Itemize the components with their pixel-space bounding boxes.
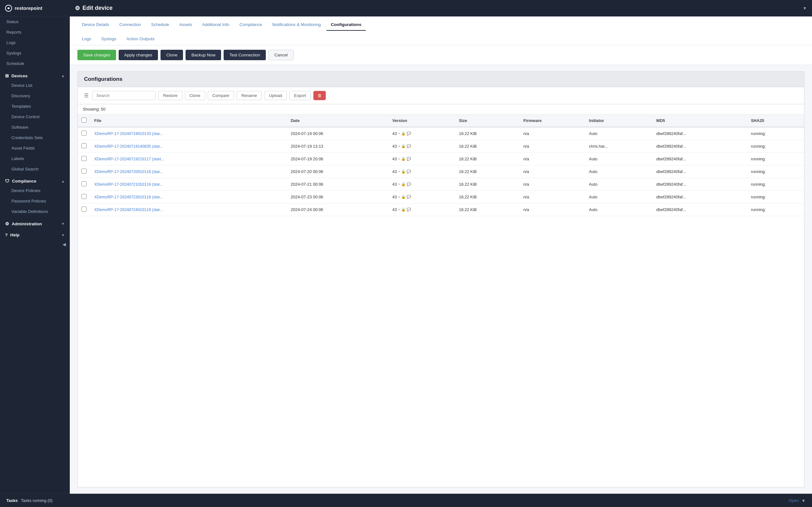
clone-config-button[interactable]: Clone [185,91,205,100]
row-checkbox-3[interactable] [78,165,90,178]
upload-button[interactable]: Upload [264,91,287,100]
tab-device-details[interactable]: Device Details [78,19,113,31]
row-date-2: 2024-07-19 20:06 [287,153,388,165]
search-input[interactable] [92,91,156,100]
row-date-4: 2024-07-21 00:06 [287,178,388,191]
save-changes-button[interactable]: Save changes [78,50,116,60]
row-sha25-3: running: [747,165,804,178]
sidebar-item-discovery[interactable]: Discovery [0,91,70,101]
sidebar-section-help[interactable]: ? Help ▼ [0,228,70,239]
sidebar-item-credentials-sets[interactable]: Credentials Sets [0,132,70,143]
sidebar-section-compliance[interactable]: 🛡 Compliance ▲ [0,174,70,185]
row-checkbox-4[interactable] [78,178,90,191]
compare-button[interactable]: Compare [208,91,234,100]
main-layout: Status Reports Logs Syslogs Schedule ⊞ D… [0,16,812,494]
row-initiator-1: chris.har... [585,140,653,153]
row-version-0: 43 × 🔒 💬 [389,127,455,140]
col-checkbox [78,114,90,127]
sidebar-item-device-control[interactable]: Device Control [0,112,70,122]
topbar-chevron-icon[interactable]: ▼ [803,6,807,11]
sidebar-item-schedule[interactable]: Schedule [0,58,70,69]
compliance-icon: 🛡 [5,179,9,183]
admin-icon: ⚙ [5,221,9,226]
row-version-1: 43 × 🔒 💬 [389,140,455,153]
tab-notifications-monitoring[interactable]: Notifications & Monitoring [268,19,325,31]
tasks-running: Tasks running (0) [21,498,53,503]
row-version-4: 43 × 🔒 💬 [389,178,455,191]
row-file-2: XDemoRP-17-20240719210117 (start... [90,153,287,165]
tab-assets[interactable]: Assets [175,19,197,31]
row-md5-5: dbef289240faf... [653,191,747,204]
sidebar-item-variable-definitions[interactable]: Variable Definitions [0,206,70,217]
sidebar-item-reports[interactable]: Reports [0,27,70,38]
tasks-label: Tasks [6,498,18,503]
table-row: XDemoRP-17-20240723010118 (star... 2024-… [78,191,804,204]
row-version-2: 43 × 🔒 💬 [389,153,455,165]
row-firmware-0: n/a [519,127,585,140]
sidebar-item-device-list[interactable]: Device List [0,80,70,91]
collapse-bottom-icon[interactable]: ▼ [801,498,806,503]
showing-count: Showing: 50 [78,104,804,114]
restore-button[interactable]: Restore [158,91,183,100]
open-tasks-button[interactable]: Open [789,498,799,503]
devices-chevron-icon: ▲ [61,74,65,78]
backup-now-button[interactable]: Backup Now [186,50,221,60]
row-size-1: 18.22 KiB [455,140,519,153]
row-md5-2: dbef289240faf... [653,153,747,165]
row-version-5: 43 × 🔒 💬 [389,191,455,204]
tab-compliance[interactable]: Compliance [235,19,266,31]
devices-icon: ⊞ [5,73,9,78]
tab-connection[interactable]: Connection [115,19,145,31]
sidebar-item-logs[interactable]: Logs [0,38,70,48]
row-checkbox-1[interactable] [78,140,90,153]
row-initiator-3: Auto [585,165,653,178]
row-sha25-5: running: [747,191,804,204]
table-toolbar: ☰ Restore Clone Compare Rename Upload Ex… [78,87,804,104]
sidebar-collapse-icon[interactable]: ◀ [62,242,66,247]
cancel-button[interactable]: Cancel [268,50,294,60]
tab-additional-info[interactable]: Additional Info [198,19,234,31]
tabs-row-1: Device Details Connection Schedule Asset… [78,16,804,31]
col-version: Version [389,114,455,127]
sidebar: Status Reports Logs Syslogs Schedule ⊞ D… [0,16,70,494]
sidebar-item-device-policies[interactable]: Device Policies [0,185,70,196]
apply-changes-button[interactable]: Apply changes [119,50,158,60]
rename-button[interactable]: Rename [237,91,262,100]
sidebar-item-password-policies[interactable]: Password Policies [0,196,70,206]
row-checkbox-2[interactable] [78,153,90,165]
hamburger-icon[interactable]: ☰ [83,91,90,100]
sidebar-section-devices[interactable]: ⊞ Devices ▲ [0,69,70,80]
row-date-0: 2024-07-19 00:06 [287,127,388,140]
sidebar-item-software[interactable]: Software [0,122,70,132]
tab-schedule[interactable]: Schedule [147,19,173,31]
sidebar-section-administration[interactable]: ⚙ Administration ▼ [0,217,70,228]
sidebar-item-asset-fields[interactable]: Asset Fields [0,143,70,153]
export-button[interactable]: Export [289,91,311,100]
sidebar-item-status[interactable]: Status [0,16,70,27]
row-sha25-2: running: [747,153,804,165]
sidebar-item-global-search[interactable]: Global Search [0,164,70,174]
test-connection-button[interactable]: Test Connection [223,50,266,60]
row-checkbox-6[interactable] [78,204,90,216]
tab-syslogs[interactable]: Syslogs [97,33,120,45]
delete-button[interactable]: 🗑 [313,91,326,100]
tab-configurations[interactable]: Configurations [326,19,366,31]
row-sha25-1: running: [747,140,804,153]
tab-action-outputs[interactable]: Action Outputs [122,33,159,45]
sidebar-item-syslogs[interactable]: Syslogs [0,48,70,58]
configs-table: File Date Version Size Firmware Initiato… [78,114,804,216]
tabs-row-2: Logs Syslogs Action Outputs [78,31,804,45]
select-all-checkbox[interactable] [82,118,87,123]
tab-logs[interactable]: Logs [78,33,96,45]
row-checkbox-5[interactable] [78,191,90,204]
bottom-bar: Tasks Tasks running (0) Open ▼ [0,494,812,507]
row-firmware-5: n/a [519,191,585,204]
row-file-5: XDemoRP-17-20240723010118 (star... [90,191,287,204]
row-checkbox-0[interactable] [78,127,90,140]
col-file: File [90,114,287,127]
clone-button[interactable]: Clone [160,50,183,60]
sidebar-item-labels[interactable]: Labels [0,153,70,164]
sidebar-item-templates[interactable]: Templates [0,101,70,112]
actions-bar: Save changes Apply changes Clone Backup … [70,45,812,65]
row-firmware-2: n/a [519,153,585,165]
